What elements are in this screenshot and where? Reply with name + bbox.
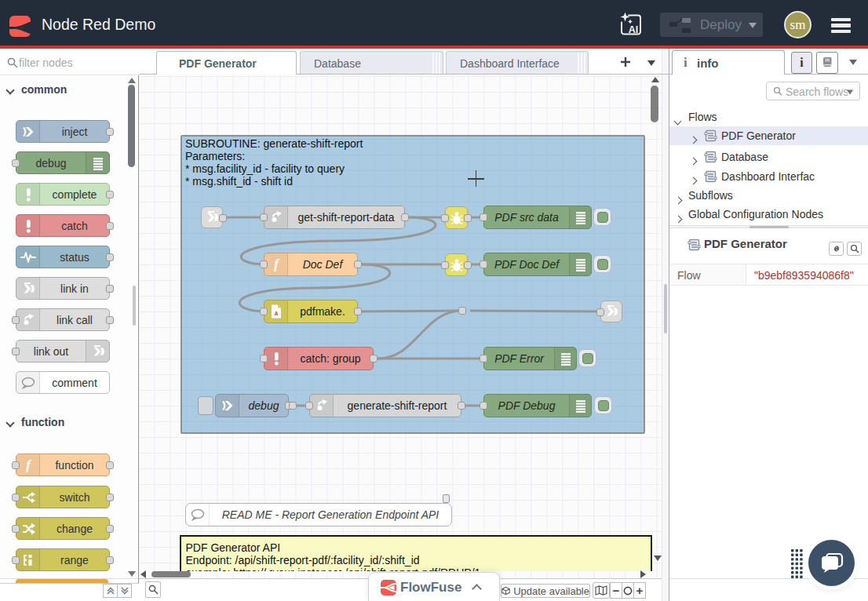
svg-text:f: f — [274, 257, 280, 271]
svg-text:f: f — [26, 458, 32, 472]
svg-text:AI: AI — [629, 24, 639, 35]
svg-text:A: A — [274, 311, 278, 316]
